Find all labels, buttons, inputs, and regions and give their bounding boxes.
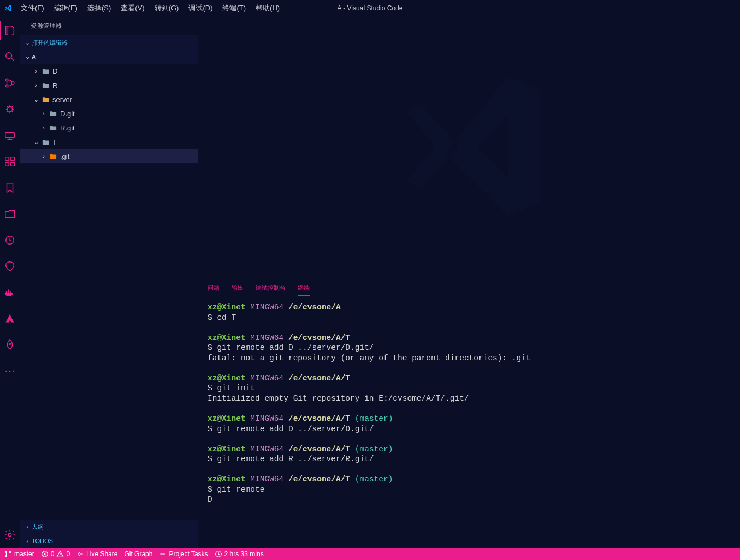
svg-point-17 xyxy=(9,371,11,372)
folder-icon xyxy=(40,138,50,146)
debug-icon[interactable] xyxy=(0,99,20,119)
tab-output[interactable]: 输出 xyxy=(232,281,244,296)
tree-item-label: D xyxy=(52,67,57,75)
outline-header[interactable]: › 大纲 xyxy=(20,520,198,534)
status-time[interactable]: 2 hrs 33 mins xyxy=(215,550,264,558)
tree-item[interactable]: ›D xyxy=(20,64,198,78)
explorer-tree: ›D›R⌄server›D.git›R.git⌄T›.git xyxy=(20,64,198,520)
svg-rect-8 xyxy=(5,163,9,166)
folder-icon xyxy=(40,81,50,90)
menu-debug[interactable]: 调试(D) xyxy=(184,1,217,15)
chevron-right-icon: › xyxy=(23,538,32,544)
outline-label: 大纲 xyxy=(32,523,44,531)
tree-item[interactable]: ›R.git xyxy=(20,121,198,135)
svg-point-2 xyxy=(5,85,8,87)
tab-terminal[interactable]: 终端 xyxy=(298,281,310,296)
status-branch[interactable]: master xyxy=(4,550,34,558)
chevron-down-icon: ⌄ xyxy=(32,96,40,103)
panel: 问题 输出 调试控制台 终端 xz@Xinet MINGW64 /e/cvsom… xyxy=(199,278,740,548)
activitybar xyxy=(0,16,20,548)
menu-view[interactable]: 查看(V) xyxy=(116,1,149,15)
chevron-down-icon: ⌄ xyxy=(23,39,32,46)
open-editors-label: 打开的编辑器 xyxy=(32,39,68,47)
workspace-header[interactable]: ⌄ A xyxy=(20,50,198,64)
tab-debug-console[interactable]: 调试控制台 xyxy=(256,281,286,296)
time-label: 2 hrs 33 mins xyxy=(224,550,264,558)
azure-icon[interactable] xyxy=(0,309,20,329)
svg-point-1 xyxy=(5,79,8,81)
chevron-right-icon: › xyxy=(39,153,48,159)
svg-point-15 xyxy=(9,343,11,345)
extensions-icon[interactable] xyxy=(0,152,20,171)
chevron-right-icon: › xyxy=(32,68,40,74)
status-liveshare[interactable]: Live Share xyxy=(76,550,117,558)
svg-point-0 xyxy=(6,53,12,59)
terminal-output[interactable]: xz@Xinet MINGW64 /e/cvsome/A $ cd T xz@X… xyxy=(199,298,740,548)
folder-icon xyxy=(48,110,58,118)
gitgraph-label: Git Graph xyxy=(124,550,152,558)
tree-item-label: R xyxy=(52,81,57,90)
workspace-label: A xyxy=(32,53,36,60)
chevron-right-icon: › xyxy=(39,124,48,131)
bookmark-icon[interactable] xyxy=(0,178,20,198)
statusbar: master 0 0 Live Share Git Graph Project … xyxy=(0,548,740,560)
tree-item[interactable]: ›R xyxy=(20,78,198,92)
titlebar: 文件(F) 编辑(E) 选择(S) 查看(V) 转到(G) 调试(D) 终端(T… xyxy=(0,0,740,16)
tab-problems[interactable]: 问题 xyxy=(208,281,220,296)
status-errors[interactable]: 0 0 xyxy=(41,550,70,558)
project-icon[interactable] xyxy=(0,204,20,224)
svg-rect-5 xyxy=(5,133,15,138)
svg-point-19 xyxy=(8,533,11,537)
menu-edit[interactable]: 编辑(E) xyxy=(50,1,82,15)
remote-icon[interactable] xyxy=(0,126,20,145)
svg-rect-13 xyxy=(10,291,11,293)
svg-rect-7 xyxy=(11,157,14,160)
menu-terminal[interactable]: 终端(T) xyxy=(218,1,250,15)
status-project-tasks[interactable]: Project Tasks xyxy=(159,550,208,558)
explorer-icon[interactable] xyxy=(0,21,20,40)
warning-count: 0 xyxy=(66,550,70,558)
rocket-icon[interactable] xyxy=(0,335,20,355)
sidebar-title: 资源管理器 xyxy=(20,16,198,35)
tree-item[interactable]: ⌄server xyxy=(20,92,198,106)
docker-icon[interactable] xyxy=(0,283,20,302)
svg-rect-14 xyxy=(8,290,9,291)
menu-goto[interactable]: 转到(G) xyxy=(150,1,183,15)
folder-icon xyxy=(48,152,58,160)
more-icon[interactable] xyxy=(0,361,20,381)
search-icon[interactable] xyxy=(0,47,20,67)
svg-point-18 xyxy=(13,371,14,372)
svg-point-21 xyxy=(5,555,7,556)
vscode-logo-icon xyxy=(0,4,16,13)
tree-item[interactable]: ⌄T xyxy=(20,135,198,149)
window-title: A - Visual Studio Code xyxy=(338,4,403,12)
project-tasks-label: Project Tasks xyxy=(169,550,208,558)
tree-item[interactable]: ›.git xyxy=(20,149,198,163)
tree-item[interactable]: ›D.git xyxy=(20,106,198,121)
folder-icon xyxy=(40,67,50,75)
menu-file[interactable]: 文件(F) xyxy=(16,1,49,15)
status-gitgraph[interactable]: Git Graph xyxy=(124,550,152,558)
svg-rect-9 xyxy=(11,163,14,166)
time-icon[interactable] xyxy=(0,230,20,250)
error-count: 0 xyxy=(51,550,55,558)
menu-help[interactable]: 帮助(H) xyxy=(251,1,284,15)
chevron-down-icon: ⌄ xyxy=(32,139,40,146)
open-editors-header[interactable]: ⌄ 打开的编辑器 xyxy=(20,35,198,50)
tree-item-label: D.git xyxy=(60,110,75,118)
chevron-right-icon: › xyxy=(32,82,40,88)
tree-item-label: R.git xyxy=(60,124,75,132)
settings-icon[interactable] xyxy=(0,525,20,545)
panel-tabs: 问题 输出 调试控制台 终端 xyxy=(199,278,740,298)
svg-point-4 xyxy=(7,106,12,111)
gist-icon[interactable] xyxy=(0,257,20,276)
scm-icon[interactable] xyxy=(0,73,20,93)
liveshare-label: Live Share xyxy=(86,550,117,558)
menu-select[interactable]: 选择(S) xyxy=(83,1,115,15)
chevron-right-icon: › xyxy=(23,523,32,530)
svg-rect-11 xyxy=(6,291,8,293)
folder-icon xyxy=(40,96,50,104)
todos-header[interactable]: › TODOS xyxy=(20,534,198,548)
vscode-watermark-icon xyxy=(382,59,557,235)
todos-label: TODOS xyxy=(32,538,53,544)
